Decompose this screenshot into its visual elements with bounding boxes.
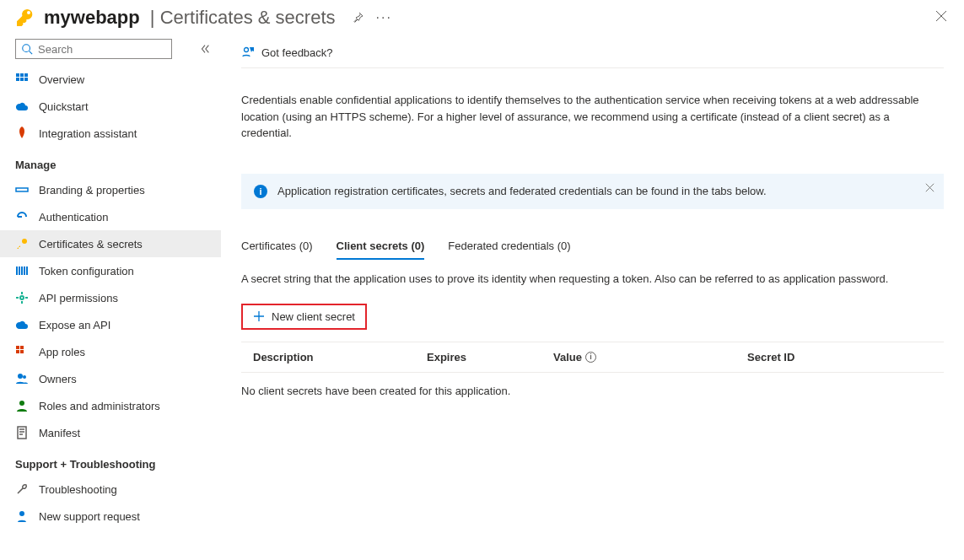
- close-banner-icon[interactable]: [925, 183, 934, 192]
- sidebar-item-integration-assistant[interactable]: Integration assistant: [0, 120, 221, 147]
- svg-point-0: [23, 45, 30, 52]
- sidebar-item-certificates-secrets[interactable]: Certificates & secrets: [0, 230, 221, 257]
- svg-rect-4: [16, 78, 19, 81]
- feedback-icon: [241, 46, 255, 59]
- sidebar-item-manifest[interactable]: Manifest: [0, 419, 221, 446]
- banner-text: Application registration certificates, s…: [277, 185, 767, 197]
- svg-point-16: [19, 401, 24, 406]
- support-icon: [15, 509, 29, 523]
- close-icon[interactable]: [935, 10, 947, 22]
- sidebar-item-label: Quickstart: [39, 100, 89, 113]
- svg-rect-17: [18, 427, 26, 439]
- sidebar-item-roles-admins[interactable]: Roles and administrators: [0, 392, 221, 419]
- sidebar-item-authentication[interactable]: Authentication: [0, 203, 221, 230]
- sidebar-item-label: Manifest: [39, 427, 80, 439]
- svg-point-8: [22, 239, 27, 244]
- owners-icon: [15, 372, 29, 385]
- sidebar-item-overview[interactable]: Overview: [0, 66, 221, 93]
- app-name: mywebapp: [44, 7, 140, 29]
- wrench-icon: [15, 482, 29, 496]
- svg-rect-1: [16, 73, 19, 77]
- tag-icon: [15, 183, 29, 197]
- tab-description: A secret string that the application use…: [241, 272, 944, 285]
- more-icon[interactable]: ···: [376, 10, 392, 25]
- svg-rect-11: [20, 346, 24, 349]
- svg-point-14: [18, 374, 23, 379]
- info-tooltip-icon[interactable]: i: [585, 352, 596, 363]
- cloud-icon: [15, 100, 29, 113]
- sidebar-item-label: Troubleshooting: [39, 483, 117, 496]
- tab-federated-credentials[interactable]: Federated credentials (0): [448, 234, 570, 259]
- plus-icon: [253, 310, 265, 322]
- sidebar-item-owners[interactable]: Owners: [0, 365, 221, 392]
- pin-icon[interactable]: [351, 11, 364, 24]
- sidebar-item-label: Owners: [39, 373, 77, 385]
- sidebar-item-label: App roles: [39, 346, 85, 358]
- sidebar-item-app-roles[interactable]: App roles: [0, 338, 221, 365]
- section-support: Support + Troubleshooting: [0, 446, 221, 476]
- grid-icon: [15, 73, 29, 86]
- page-description: Credentials enable confidential applicat…: [241, 68, 944, 150]
- sidebar-item-new-support-request[interactable]: New support request: [0, 503, 221, 530]
- sidebar-item-label: Certificates & secrets: [39, 238, 143, 250]
- svg-rect-2: [20, 73, 24, 77]
- svg-rect-12: [16, 350, 19, 353]
- collapse-sidebar-icon[interactable]: [199, 43, 211, 55]
- sidebar-item-label: New support request: [39, 510, 140, 523]
- sidebar-item-token-configuration[interactable]: Token configuration: [0, 257, 221, 284]
- key-icon: [15, 237, 29, 250]
- sidebar-item-branding[interactable]: Branding & properties: [0, 176, 221, 203]
- sidebar-item-label: Expose an API: [39, 319, 110, 331]
- section-manage: Manage: [0, 147, 221, 176]
- info-icon: i: [254, 185, 267, 198]
- sidebar-item-expose-api[interactable]: Expose an API: [0, 311, 221, 338]
- col-value: Value i: [553, 351, 747, 363]
- search-input[interactable]: [38, 43, 166, 56]
- sidebar-item-api-permissions[interactable]: API permissions: [0, 284, 221, 311]
- svg-rect-7: [16, 188, 28, 191]
- roles-icon: [15, 345, 29, 358]
- feedback-label: Got feedback?: [261, 46, 333, 59]
- sidebar-item-label: Token configuration: [39, 265, 134, 277]
- info-banner: i Application registration certificates,…: [241, 174, 944, 209]
- svg-point-18: [19, 511, 24, 516]
- svg-point-15: [23, 375, 26, 379]
- auth-icon: [15, 210, 29, 223]
- search-icon: [21, 43, 33, 55]
- svg-rect-10: [16, 346, 19, 349]
- page-title: | Certificates & secrets: [145, 7, 336, 29]
- permissions-icon: [15, 291, 29, 304]
- col-expires: Expires: [427, 351, 553, 363]
- sidebar-item-label: API permissions: [39, 292, 118, 304]
- svg-rect-5: [20, 78, 24, 81]
- tab-client-secrets[interactable]: Client secrets (0): [337, 234, 425, 259]
- new-client-secret-label: New client secret: [272, 310, 355, 323]
- manifest-icon: [15, 426, 29, 439]
- new-client-secret-button[interactable]: New client secret: [241, 304, 367, 330]
- expose-icon: [15, 318, 29, 331]
- col-secret-id: Secret ID: [747, 351, 944, 363]
- empty-state-message: No client secrets have been created for …: [241, 372, 944, 409]
- admin-icon: [15, 399, 29, 412]
- token-icon: [15, 264, 29, 277]
- sidebar-item-troubleshooting[interactable]: Troubleshooting: [0, 476, 221, 503]
- sidebar-item-quickstart[interactable]: Quickstart: [0, 93, 221, 120]
- sidebar-item-label: Branding & properties: [39, 184, 145, 197]
- search-input-wrapper[interactable]: [15, 39, 172, 59]
- key-icon: [15, 8, 35, 28]
- sidebar-item-label: Authentication: [39, 211, 108, 223]
- sidebar-item-label: Integration assistant: [39, 127, 137, 140]
- tab-certificates[interactable]: Certificates (0): [241, 234, 313, 259]
- rocket-icon: [15, 127, 29, 140]
- col-description: Description: [241, 351, 427, 363]
- feedback-link[interactable]: Got feedback?: [241, 39, 944, 68]
- sidebar-item-label: Overview: [39, 73, 84, 86]
- svg-point-19: [245, 48, 249, 52]
- svg-rect-13: [20, 350, 24, 353]
- svg-point-9: [20, 296, 24, 299]
- svg-rect-6: [24, 78, 28, 81]
- sidebar-item-label: Roles and administrators: [39, 400, 160, 412]
- svg-rect-3: [24, 73, 28, 77]
